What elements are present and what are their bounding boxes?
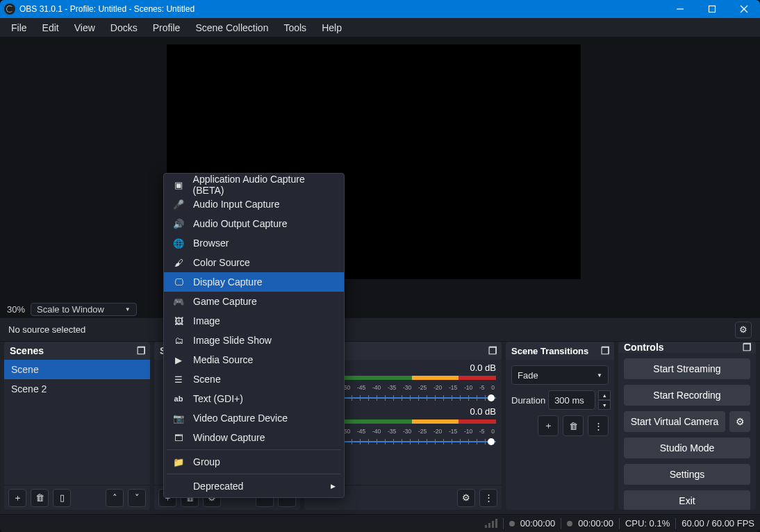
play-icon: ▶ xyxy=(172,355,185,365)
ctx-item-deprecated[interactable]: Deprecated▶ xyxy=(164,476,344,496)
move-down-button[interactable]: ˅ xyxy=(128,489,146,507)
duration-spinner[interactable]: ▲ ▼ xyxy=(598,390,611,410)
gamepad-icon: 🎮 xyxy=(172,297,185,307)
monitor-icon: 🖵 xyxy=(172,277,185,288)
ctx-item-media-source[interactable]: ▶Media Source xyxy=(164,350,344,369)
transitions-dock: Scene Transitions ❐ Fade ▼ Duration 300 … xyxy=(506,342,614,510)
menu-edit[interactable]: Edit xyxy=(35,19,66,36)
scenes-toolbar: ＋ 🗑 ▯ ˄ ˅ xyxy=(4,485,150,510)
ctx-item-display-capture[interactable]: 🖵Display Capture xyxy=(164,272,344,292)
menubar: File Edit View Docks Profile Scene Colle… xyxy=(0,18,760,38)
popout-icon[interactable]: ❐ xyxy=(601,345,610,356)
source-properties-button[interactable]: ⚙ xyxy=(735,322,752,338)
gear-icon: ⚙ xyxy=(739,324,747,335)
add-scene-button[interactable]: ＋ xyxy=(8,489,26,507)
studio-mode-button[interactable]: Studio Mode xyxy=(624,438,750,458)
source-properties-bar: No source selected ⚙ xyxy=(0,318,760,342)
list-icon: ☰ xyxy=(172,374,185,385)
ctx-item-image[interactable]: 🖼Image xyxy=(164,311,344,331)
transition-menu-button[interactable]: ⋮ xyxy=(588,415,609,436)
popout-icon[interactable]: ❐ xyxy=(488,345,497,356)
ctx-item-color-source[interactable]: 🖌Color Source xyxy=(164,253,344,272)
ctx-item-video-capture[interactable]: 📷Video Capture Device xyxy=(164,408,344,428)
menu-view[interactable]: View xyxy=(67,19,102,36)
dots-icon: ⋮ xyxy=(594,421,603,431)
menu-file[interactable]: File xyxy=(4,19,34,36)
controls-header[interactable]: Controls ❐ xyxy=(618,342,756,353)
stream-time: 00:00:00 xyxy=(520,518,556,529)
start-recording-button[interactable]: Start Recording xyxy=(624,385,750,406)
delete-scene-button[interactable]: 🗑 xyxy=(31,489,49,507)
brush-icon: 🖌 xyxy=(172,258,185,268)
trash-icon: 🗑 xyxy=(35,492,44,503)
text-icon: ab xyxy=(172,394,185,403)
mic-icon: 🎤 xyxy=(172,199,185,210)
controls-dock: Controls ❐ Start Streaming Start Recordi… xyxy=(618,342,756,510)
spin-up[interactable]: ▲ xyxy=(598,390,611,400)
ctx-item-browser[interactable]: 🌐Browser xyxy=(164,233,344,253)
add-source-context-menu: ▣Application Audio Capture (BETA) 🎤Audio… xyxy=(163,173,345,498)
slider-thumb[interactable] xyxy=(488,394,495,401)
popout-icon[interactable]: ❐ xyxy=(743,342,752,353)
menu-profile[interactable]: Profile xyxy=(146,19,188,36)
globe-icon: 🌐 xyxy=(172,238,185,249)
scenes-dock-header[interactable]: Scenes ❐ xyxy=(4,342,150,360)
ctx-item-scene[interactable]: ☰Scene xyxy=(164,369,344,389)
start-streaming-button[interactable]: Start Streaming xyxy=(624,358,750,379)
no-source-label: No source selected xyxy=(8,324,85,335)
ctx-item-game-capture[interactable]: 🎮Game Capture xyxy=(164,292,344,311)
submenu-arrow-icon: ▶ xyxy=(331,483,336,490)
record-indicator-icon xyxy=(509,521,515,526)
speaker-icon: 🔊 xyxy=(172,219,185,229)
zoom-level: 30% xyxy=(7,304,25,315)
menu-scene-collection[interactable]: Scene Collection xyxy=(188,19,275,36)
start-virtual-camera-button[interactable]: Start Virtual Camera xyxy=(624,411,725,432)
slides-icon: 🗂 xyxy=(172,335,185,346)
add-transition-button[interactable]: ＋ xyxy=(538,415,559,436)
scene-filter-button[interactable]: ▯ xyxy=(53,489,71,507)
minimize-button[interactable] xyxy=(664,0,696,18)
scene-item[interactable]: Scene 2 xyxy=(4,379,150,399)
popout-icon[interactable]: ❐ xyxy=(137,345,146,356)
controls-title: Controls xyxy=(624,342,664,353)
menu-tools[interactable]: Tools xyxy=(276,19,313,36)
folder-icon: 📁 xyxy=(172,457,185,467)
duration-value: 300 ms xyxy=(554,395,584,406)
ctx-item-text[interactable]: abText (GDI+) xyxy=(164,389,344,408)
delete-transition-button[interactable]: 🗑 xyxy=(563,415,584,436)
scale-mode-select[interactable]: Scale to Window ▼ xyxy=(31,303,137,316)
menu-help[interactable]: Help xyxy=(315,19,349,36)
ctx-item-window-capture[interactable]: 🗔Window Capture xyxy=(164,428,344,447)
duration-input[interactable]: 300 ms xyxy=(548,390,595,410)
maximize-button[interactable] xyxy=(696,0,728,18)
spin-down[interactable]: ▼ xyxy=(598,400,611,410)
slider-thumb[interactable] xyxy=(488,438,495,445)
scenes-list: Scene Scene 2 xyxy=(4,360,150,485)
mixer-menu-button[interactable]: ⋮ xyxy=(479,489,497,507)
ctx-item-image-slideshow[interactable]: 🗂Image Slide Show xyxy=(164,331,344,350)
ctx-item-group[interactable]: 📁Group xyxy=(164,452,344,472)
ctx-item-audio-input[interactable]: 🎤Audio Input Capture xyxy=(164,194,344,214)
transitions-header[interactable]: Scene Transitions ❐ xyxy=(506,342,614,360)
ctx-item-app-audio[interactable]: ▣Application Audio Capture (BETA) xyxy=(164,175,344,194)
scene-item[interactable]: Scene xyxy=(4,360,150,379)
move-up-button[interactable]: ˄ xyxy=(106,489,124,507)
scale-bar: 30% Scale to Window ▼ xyxy=(0,300,144,318)
window-icon: 🗔 xyxy=(172,433,185,443)
virtual-camera-settings-button[interactable]: ⚙ xyxy=(729,411,750,432)
settings-button[interactable]: Settings xyxy=(624,464,750,485)
preview-area[interactable]: 30% Scale to Window ▼ xyxy=(0,38,760,318)
transition-type-label: Fade xyxy=(518,370,538,381)
separator xyxy=(167,474,341,474)
mixer-channel-db: 0.0 dB xyxy=(470,406,496,417)
ctx-item-audio-output[interactable]: 🔊Audio Output Capture xyxy=(164,214,344,233)
chevron-down-icon: ▼ xyxy=(597,372,602,379)
filter-icon: ▯ xyxy=(60,492,65,503)
transition-type-select[interactable]: Fade ▼ xyxy=(511,365,609,385)
scale-mode-label: Scale to Window xyxy=(37,304,104,315)
exit-button[interactable]: Exit xyxy=(624,490,750,510)
close-button[interactable] xyxy=(728,0,760,18)
menu-docks[interactable]: Docks xyxy=(104,19,144,36)
mixer-settings-button[interactable]: ⚙ xyxy=(457,489,475,507)
camera-icon: 📷 xyxy=(172,413,185,424)
